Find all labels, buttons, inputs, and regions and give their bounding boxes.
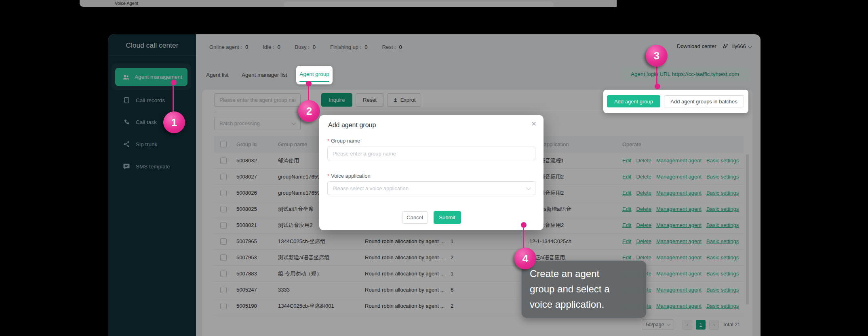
add-actions-panel: Add agent group Add agent groups in batc… [603, 90, 748, 113]
cancel-button[interactable]: Cancel [402, 211, 428, 224]
tooltip-line: group and select a [530, 281, 638, 297]
step-2-anchor-dot [306, 81, 312, 86]
voice-application-placeholder: Please select a voice application [333, 185, 409, 191]
step-4-badge: 4 [514, 248, 536, 269]
group-name-input[interactable] [327, 147, 535, 160]
add-agent-groups-in-batches-button[interactable]: Add agent groups in batches [664, 95, 744, 107]
tooltip-line: Create an agent [530, 266, 638, 281]
add-agent-group-modal: Add agent group × Group name Voice appli… [319, 115, 544, 230]
tab-agent-group[interactable]: Agent group [296, 66, 333, 84]
step-2-badge: 2 [298, 100, 320, 122]
step-4-anchor-dot [521, 222, 527, 228]
tab-agent-group-label: Agent group [299, 71, 329, 77]
step-3-badge: 3 [646, 45, 668, 67]
tutorial-tooltip: Create an agent group and select a voice… [521, 260, 647, 318]
voice-application-select[interactable]: Please select a voice application [327, 181, 535, 195]
step-1-connector-line [173, 82, 174, 113]
add-agent-group-button[interactable]: Add agent group [607, 95, 660, 107]
step-1-anchor-dot [171, 80, 177, 85]
submit-button[interactable]: Submit [434, 211, 461, 224]
tooltip-line: voice application. [530, 297, 638, 312]
screenshot-stage: Voice Agent Cloud call center Agent mana… [0, 0, 868, 336]
group-name-label: Group name [327, 138, 360, 144]
step-4-connector-line [523, 225, 524, 249]
step-1-badge: 1 [163, 111, 185, 133]
active-tab-underline [299, 81, 329, 82]
close-icon[interactable]: × [531, 119, 536, 128]
step-3-anchor-dot [655, 84, 660, 89]
chevron-down-icon [526, 185, 531, 190]
voice-application-label: Voice application [327, 173, 371, 179]
modal-title: Add agent group [328, 122, 376, 129]
